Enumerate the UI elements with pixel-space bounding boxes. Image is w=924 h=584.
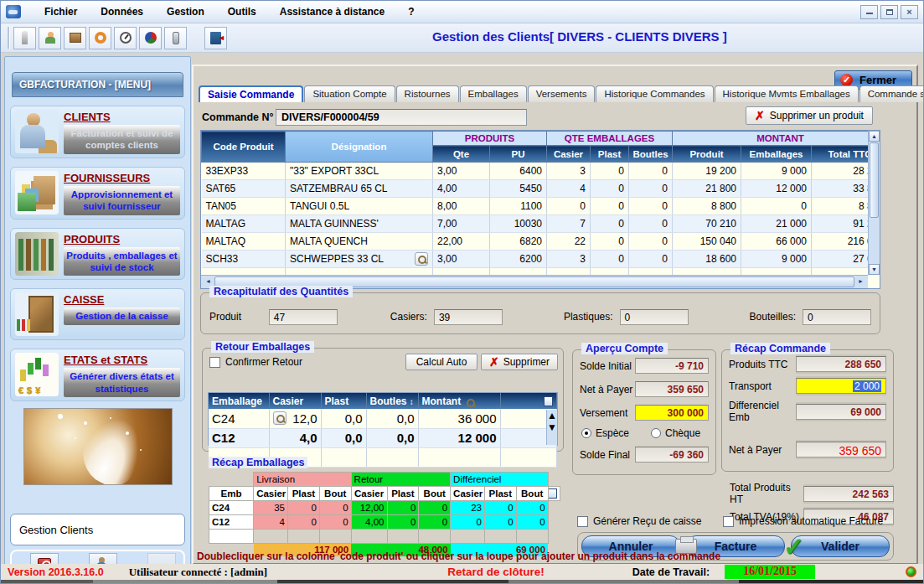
cell-montant[interactable]: 12 000 (418, 428, 500, 447)
col-qte[interactable]: Qte (433, 146, 490, 163)
cell-boutles[interactable]: 0 (629, 251, 673, 268)
sidebar-item-fournisseurs[interactable]: FOURNISSEURS Approvisionnement et suivi … (10, 167, 185, 220)
cell-plast[interactable]: 0,0 (321, 409, 366, 428)
cell-ret-casier[interactable]: 4,00 (351, 515, 387, 530)
cell-pu[interactable]: 6400 (490, 163, 547, 180)
col-montant[interactable]: Montant (418, 393, 500, 409)
vertical-scrollbar[interactable]: ▲ ▼ (546, 410, 557, 445)
cell-boutles[interactable]: 0 (629, 163, 673, 180)
transport-input[interactable]: 2 000 (796, 378, 886, 394)
cell-casier[interactable]: 4 (547, 180, 591, 198)
cell-pu[interactable]: 6200 (490, 251, 547, 268)
sidebar-item-caisse[interactable]: CAISSE Gestion de la caisse (10, 288, 185, 340)
cell-produit[interactable]: 8 800 (673, 198, 741, 215)
cell-produit[interactable]: 21 800 (673, 180, 741, 198)
grid-icon[interactable] (548, 488, 557, 499)
cell-qte[interactable]: 22,00 (433, 233, 490, 251)
cheque-radio[interactable]: Chèque (651, 427, 700, 439)
toolbar-exit-button[interactable] (204, 27, 227, 49)
search-icon[interactable] (464, 396, 474, 406)
espece-radio[interactable]: Espèce (581, 427, 629, 439)
scroll-down-icon[interactable]: ▼ (547, 421, 557, 433)
cell-plast[interactable]: 0,0 (321, 428, 366, 447)
toolbar-ring-button[interactable] (89, 27, 111, 49)
plastiques-total-field[interactable]: 0 (620, 309, 689, 325)
cell-casier[interactable]: 22 (547, 233, 591, 251)
cell-code[interactable]: MALTAQ (202, 233, 286, 251)
sidebar-item-title[interactable]: CLIENTS (64, 111, 180, 123)
vertical-scrollbar[interactable]: ▲ ▼ (868, 131, 880, 275)
generer-recu-option[interactable]: Générer Reçu de caisse (577, 515, 701, 527)
col-plast[interactable]: Plast (321, 393, 366, 409)
col-code-produit[interactable]: Code Produit (202, 132, 286, 163)
minimize-button[interactable] (860, 5, 878, 19)
cell-code[interactable]: SAT65 (202, 180, 286, 198)
cell-casier[interactable]: 7 (547, 215, 591, 233)
cell-casier[interactable]: 4,0 (269, 428, 321, 447)
tab-saisie-commande[interactable]: Saisie Commande (199, 85, 303, 102)
menu-outils[interactable]: Outils (216, 3, 268, 20)
col-pu[interactable]: PU (490, 146, 547, 163)
cell-designation[interactable]: "33" EXPORT 33CL (286, 163, 433, 180)
confirmer-retour-checkbox[interactable] (209, 357, 220, 368)
generer-recu-checkbox[interactable] (577, 516, 588, 527)
tab-ristournes[interactable]: Ristournes (396, 85, 459, 102)
cell-total-ttc[interactable]: 91 210 (812, 215, 868, 233)
cell-total-ttc[interactable]: 33 800 (812, 180, 868, 198)
cell-pu[interactable]: 10030 (490, 215, 547, 233)
cell-dif-bout[interactable]: 0 (516, 501, 548, 515)
cell-plast[interactable]: 0 (591, 251, 629, 268)
cell-emballages[interactable]: 12 000 (741, 180, 812, 198)
cell-produit[interactable]: 70 210 (673, 215, 741, 233)
scroll-right-icon[interactable]: ► (855, 276, 866, 287)
tab-situation-compte[interactable]: Situation Compte (304, 85, 395, 102)
cell-pu[interactable]: 6820 (490, 233, 547, 251)
cell-dif-casier[interactable]: 0 (451, 515, 485, 530)
tab-versements[interactable]: Versements (528, 85, 596, 102)
magnifier-icon[interactable] (415, 252, 428, 266)
cell-emballages[interactable]: 21 000 (741, 215, 812, 233)
cell-total-ttc[interactable]: 8 800 (812, 198, 868, 215)
col-casier[interactable]: Casier (547, 146, 591, 163)
sidebar-item-produits[interactable]: PRODUITS Produits , emballages et suivi … (10, 228, 185, 281)
impression-auto-option[interactable]: Impression automatique Facture (723, 515, 883, 527)
supprimer-retour-button[interactable]: ✗Supprimer (481, 354, 558, 370)
casiers-total-field[interactable]: 39 (434, 309, 503, 325)
menu-donnees[interactable]: Données (89, 3, 155, 20)
menu-fichier[interactable]: Fichier (33, 3, 89, 20)
calcul-auto-button[interactable]: Calcul Auto (405, 354, 477, 370)
bouteilles-total-field[interactable]: 0 (803, 309, 871, 325)
menu-gestion[interactable]: Gestion (155, 3, 216, 20)
sidebar-item-title[interactable]: CAISSE (64, 293, 180, 306)
scroll-thumb[interactable] (870, 142, 879, 218)
col-casier[interactable]: Casier (269, 393, 321, 409)
cell-dif-plast[interactable]: 0 (484, 501, 516, 515)
produit-total-field[interactable]: 47 (269, 309, 338, 325)
table-row[interactable]: C12 4 0 0 4,00 0 0 0 0 0 (209, 515, 560, 530)
scroll-up-icon[interactable]: ▲ (869, 131, 880, 142)
cell-boutles[interactable]: 0,0 (366, 409, 418, 428)
cell-liv-plast[interactable]: 0 (287, 501, 319, 515)
cell-pu[interactable]: 1100 (490, 198, 547, 215)
col-plast[interactable]: Plast (591, 146, 629, 163)
impression-auto-checkbox[interactable] (723, 516, 734, 527)
cell-designation[interactable]: SCHWEPPES 33 CL (286, 251, 433, 268)
table-row[interactable]: 33EXP33 "33" EXPORT 33CL 3,00 6400 3 0 0… (202, 163, 869, 180)
table-row[interactable]: C12 4,0 0,0 0,0 12 000 (209, 428, 557, 447)
cell-ret-bout[interactable]: 0 (419, 501, 451, 515)
cell-total-ttc[interactable]: 28 200 (812, 163, 868, 180)
cell-plast[interactable]: 0 (591, 215, 629, 233)
table-row-empty[interactable] (202, 268, 869, 276)
cell-liv-bout[interactable]: 0 (319, 515, 351, 530)
grid-icon[interactable] (544, 396, 553, 406)
sidebar-item-etats[interactable]: €$¥ ETATS et STATS Générer divers états … (10, 349, 185, 401)
cell-plast[interactable]: 0 (591, 198, 629, 215)
cell-dif-plast[interactable]: 0 (484, 515, 516, 530)
cell-emballages[interactable]: 66 000 (741, 233, 812, 251)
toolbar-key-button[interactable] (13, 27, 36, 49)
cell-liv-casier[interactable]: 35 (254, 501, 288, 515)
sidebar-item-title[interactable]: PRODUITS (64, 233, 180, 245)
cell-ret-bout[interactable]: 0 (419, 515, 451, 530)
cell-boutles[interactable]: 0,0 (366, 428, 418, 447)
sort-icon[interactable]: ↕ (410, 397, 414, 406)
